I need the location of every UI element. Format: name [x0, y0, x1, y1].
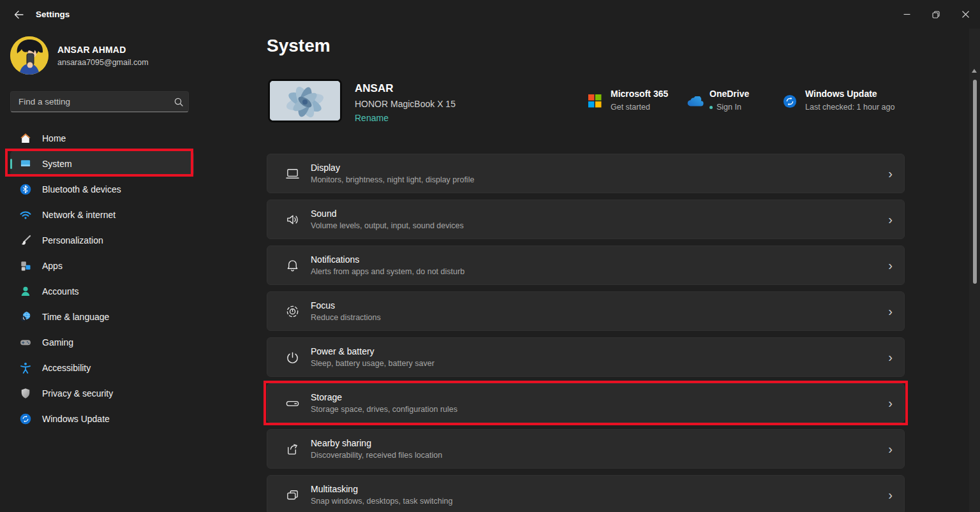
sidebar-item-gaming[interactable]: Gaming: [10, 330, 194, 355]
row-subtitle: Snap windows, desktops, task switching: [311, 497, 452, 506]
chevron-right-icon: ›: [888, 305, 893, 318]
settings-row-storage[interactable]: StorageStorage space, drives, configurat…: [267, 383, 905, 423]
arrow-left-icon: [13, 10, 24, 20]
home-icon: [19, 132, 32, 145]
row-title: Display: [311, 163, 474, 173]
close-button[interactable]: [951, 0, 980, 29]
restore-icon: [932, 11, 940, 18]
row-subtitle: Sleep, battery usage, battery saver: [311, 359, 434, 368]
status-dot: [709, 106, 713, 109]
row-title: Multitasking: [311, 484, 452, 494]
scrollbar-up-arrow-icon[interactable]: [972, 69, 977, 73]
sidebar-item-personalization[interactable]: Personalization: [10, 228, 194, 253]
sidebar-item-label: Privacy & security: [42, 388, 113, 399]
row-subtitle: Alerts from apps and system, do not dist…: [311, 267, 464, 276]
sidebar-item-accessibility[interactable]: Accessibility: [10, 355, 194, 381]
chevron-right-icon: ›: [888, 167, 893, 180]
sidebar: ANSAR AHMAD ansaraa7095@gmail.com Home S…: [0, 29, 204, 512]
settings-row-sound[interactable]: SoundVolume levels, output, input, sound…: [267, 200, 905, 239]
bluetooth-icon: [19, 183, 32, 196]
page-title: System: [267, 36, 330, 56]
sidebar-item-label: System: [42, 159, 72, 169]
privacy-shield-icon: [19, 387, 32, 400]
row-title: Power & battery: [311, 346, 434, 356]
sidebar-item-label: Network & internet: [42, 210, 115, 220]
multitasking-icon: [285, 488, 300, 502]
sidebar-item-privacy-security[interactable]: Privacy & security: [10, 381, 194, 406]
rename-link[interactable]: Rename: [355, 113, 389, 123]
sidebar-item-system[interactable]: System: [10, 151, 194, 177]
avatar: [10, 36, 48, 75]
settings-row-display[interactable]: DisplayMonitors, brightness, night light…: [267, 154, 905, 193]
sidebar-item-apps[interactable]: Apps: [10, 253, 194, 279]
sidebar-item-network-internet[interactable]: Network & internet: [10, 202, 194, 228]
settings-row-power-battery[interactable]: Power & batterySleep, battery usage, bat…: [267, 337, 905, 377]
user-name: ANSAR AHMAD: [57, 45, 126, 55]
windows-update-icon: [19, 413, 32, 426]
row-subtitle: Volume levels, output, input, sound devi…: [311, 221, 464, 230]
chevron-right-icon: ›: [888, 488, 893, 501]
row-title: Notifications: [311, 254, 464, 265]
sidebar-item-label: Apps: [42, 261, 63, 271]
close-icon: [962, 11, 969, 18]
time-language-icon: [19, 311, 32, 324]
settings-row-nearby-sharing[interactable]: Nearby sharingDiscoverability, received …: [267, 429, 905, 469]
row-subtitle: Monitors, brightness, night light, displ…: [311, 175, 474, 184]
onedrive-icon: [687, 96, 704, 110]
minimize-button[interactable]: [892, 0, 921, 29]
row-title: Sound: [311, 208, 464, 219]
quicklink-subtitle: Get started: [611, 103, 650, 112]
search-input[interactable]: [11, 97, 169, 106]
sidebar-item-label: Accessibility: [42, 363, 91, 373]
settings-row-multitasking[interactable]: MultitaskingSnap windows, desktops, task…: [267, 475, 905, 512]
titlebar: Settings: [0, 0, 980, 29]
quicklink-title: OneDrive: [709, 89, 749, 99]
window-controls: [892, 0, 980, 29]
back-button[interactable]: [9, 6, 28, 24]
sidebar-item-label: Accounts: [42, 286, 79, 296]
row-title: Nearby sharing: [311, 438, 442, 448]
focus-icon: [285, 304, 300, 319]
settings-list: DisplayMonitors, brightness, night light…: [267, 154, 905, 512]
accounts-icon: [19, 285, 32, 298]
sidebar-item-label: Gaming: [42, 337, 73, 347]
chevron-right-icon: ›: [888, 397, 893, 409]
power-icon: [285, 350, 300, 365]
nearby-sharing-icon: [285, 442, 300, 457]
device-thumbnail: [268, 79, 342, 122]
row-title: Storage: [311, 392, 457, 402]
search-box: [10, 91, 189, 112]
quicklink-subtitle: Sign In: [709, 103, 741, 112]
avatar-illustration: [10, 36, 48, 75]
sidebar-item-time-language[interactable]: Time & language: [10, 304, 194, 330]
window-title: Settings: [36, 0, 70, 29]
sidebar-item-accounts[interactable]: Accounts: [10, 279, 194, 304]
device-model: HONOR MagicBook X 15: [355, 99, 456, 109]
quicklink-title: Microsoft 365: [611, 89, 668, 99]
restore-button[interactable]: [921, 0, 951, 29]
row-title: Focus: [311, 300, 381, 311]
settings-row-focus[interactable]: FocusReduce distractions ›: [267, 291, 905, 331]
settings-window: Settings: [0, 0, 980, 512]
user-email: ansaraa7095@gmail.com: [57, 58, 149, 67]
storage-icon: [285, 396, 300, 411]
row-subtitle: Discoverability, received files location: [311, 451, 442, 460]
quicklink-title: Windows Update: [805, 89, 877, 99]
sidebar-item-bluetooth-devices[interactable]: Bluetooth & devices: [10, 177, 194, 202]
sidebar-item-label: Windows Update: [42, 414, 110, 424]
sidebar-item-home[interactable]: Home: [10, 126, 194, 151]
settings-row-notifications[interactable]: NotificationsAlerts from apps and system…: [267, 245, 905, 285]
minimize-icon: [903, 11, 910, 18]
row-subtitle: Storage space, drives, configuration rul…: [311, 405, 457, 414]
sidebar-item-label: Personalization: [42, 235, 103, 245]
sidebar-item-label: Bluetooth & devices: [42, 184, 121, 194]
sidebar-item-label: Time & language: [42, 312, 109, 322]
quicklink-subtitle: Last checked: 1 hour ago: [805, 103, 895, 112]
network-icon: [19, 208, 32, 222]
sidebar-item-label: Home: [42, 133, 66, 143]
scrollbar-thumb[interactable]: [973, 80, 977, 284]
sidebar-item-windows-update[interactable]: Windows Update: [10, 406, 194, 432]
device-name: ANSAR: [355, 82, 393, 95]
system-icon: [19, 157, 32, 171]
display-icon: [285, 166, 300, 181]
